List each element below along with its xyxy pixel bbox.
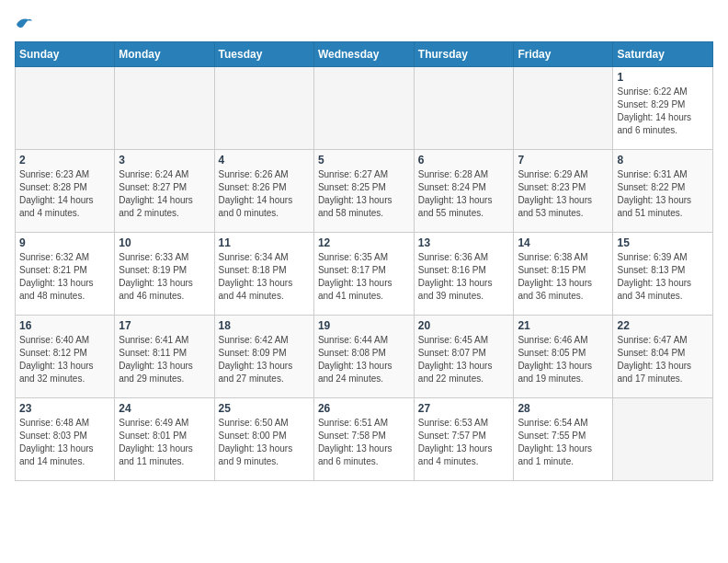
day-number: 27	[418, 402, 510, 415]
logo	[15, 15, 32, 32]
day-number: 9	[19, 236, 110, 249]
day-number: 20	[418, 319, 510, 332]
calendar-cell	[613, 397, 713, 480]
calendar-header-sunday: Sunday	[16, 41, 115, 66]
calendar-cell: 13Sunrise: 6:36 AMSunset: 8:16 PMDayligh…	[414, 232, 514, 315]
day-number: 15	[617, 236, 709, 249]
calendar-week-row: 9Sunrise: 6:32 AMSunset: 8:21 PMDaylight…	[16, 232, 713, 315]
day-number: 2	[19, 154, 110, 167]
day-info: Sunrise: 6:48 AMSunset: 8:03 PMDaylight:…	[19, 417, 110, 468]
day-info: Sunrise: 6:54 AMSunset: 7:55 PMDaylight:…	[518, 417, 609, 468]
calendar-cell: 1Sunrise: 6:22 AMSunset: 8:29 PMDaylight…	[613, 66, 713, 149]
day-info: Sunrise: 6:24 AMSunset: 8:27 PMDaylight:…	[119, 168, 210, 220]
day-info: Sunrise: 6:53 AMSunset: 7:57 PMDaylight:…	[418, 417, 510, 468]
day-number: 5	[318, 154, 410, 167]
day-number: 17	[119, 319, 210, 332]
day-number: 25	[219, 402, 310, 415]
calendar-cell: 6Sunrise: 6:28 AMSunset: 8:24 PMDaylight…	[414, 149, 514, 232]
calendar-cell	[514, 66, 613, 149]
day-info: Sunrise: 6:27 AMSunset: 8:25 PMDaylight:…	[318, 168, 410, 220]
calendar-cell: 28Sunrise: 6:54 AMSunset: 7:55 PMDayligh…	[514, 397, 613, 480]
calendar-header-saturday: Saturday	[613, 41, 713, 66]
logo-text	[15, 15, 32, 36]
calendar-cell: 14Sunrise: 6:38 AMSunset: 8:15 PMDayligh…	[514, 232, 613, 315]
calendar-cell: 23Sunrise: 6:48 AMSunset: 8:03 PMDayligh…	[16, 397, 115, 480]
day-info: Sunrise: 6:40 AMSunset: 8:12 PMDaylight:…	[19, 334, 110, 385]
calendar-cell: 3Sunrise: 6:24 AMSunset: 8:27 PMDaylight…	[115, 149, 214, 232]
day-info: Sunrise: 6:50 AMSunset: 8:00 PMDaylight:…	[219, 417, 310, 468]
calendar-cell: 24Sunrise: 6:49 AMSunset: 8:01 PMDayligh…	[115, 397, 214, 480]
calendar-cell: 7Sunrise: 6:29 AMSunset: 8:23 PMDaylight…	[514, 149, 613, 232]
day-info: Sunrise: 6:35 AMSunset: 8:17 PMDaylight:…	[318, 251, 410, 303]
day-number: 22	[617, 319, 709, 332]
day-info: Sunrise: 6:34 AMSunset: 8:18 PMDaylight:…	[219, 251, 310, 303]
calendar-week-row: 2Sunrise: 6:23 AMSunset: 8:28 PMDaylight…	[16, 149, 713, 232]
day-number: 13	[418, 236, 510, 249]
day-number: 4	[219, 154, 310, 167]
calendar-cell: 12Sunrise: 6:35 AMSunset: 8:17 PMDayligh…	[313, 232, 414, 315]
calendar-cell: 27Sunrise: 6:53 AMSunset: 7:57 PMDayligh…	[414, 397, 514, 480]
day-number: 18	[219, 319, 310, 332]
calendar-cell: 20Sunrise: 6:45 AMSunset: 8:07 PMDayligh…	[414, 315, 514, 397]
calendar-week-row: 23Sunrise: 6:48 AMSunset: 8:03 PMDayligh…	[16, 397, 713, 480]
calendar-cell: 9Sunrise: 6:32 AMSunset: 8:21 PMDaylight…	[16, 232, 115, 315]
day-info: Sunrise: 6:44 AMSunset: 8:08 PMDaylight:…	[318, 334, 410, 385]
calendar-table: SundayMondayTuesdayWednesdayThursdayFrid…	[15, 41, 713, 481]
day-number: 23	[19, 402, 110, 415]
day-number: 28	[518, 402, 609, 415]
calendar-week-row: 16Sunrise: 6:40 AMSunset: 8:12 PMDayligh…	[16, 315, 713, 397]
calendar-header-thursday: Thursday	[414, 41, 514, 66]
day-number: 7	[518, 154, 609, 167]
day-info: Sunrise: 6:38 AMSunset: 8:15 PMDaylight:…	[518, 251, 609, 303]
calendar-cell: 18Sunrise: 6:42 AMSunset: 8:09 PMDayligh…	[214, 315, 313, 397]
calendar-cell: 26Sunrise: 6:51 AMSunset: 7:58 PMDayligh…	[313, 397, 414, 480]
day-number: 16	[19, 319, 110, 332]
calendar-cell: 11Sunrise: 6:34 AMSunset: 8:18 PMDayligh…	[214, 232, 313, 315]
day-info: Sunrise: 6:41 AMSunset: 8:11 PMDaylight:…	[119, 334, 210, 385]
day-number: 24	[119, 402, 210, 415]
calendar-cell	[16, 66, 115, 149]
day-number: 11	[219, 236, 310, 249]
calendar-cell: 25Sunrise: 6:50 AMSunset: 8:00 PMDayligh…	[214, 397, 313, 480]
day-number: 10	[119, 236, 210, 249]
day-info: Sunrise: 6:31 AMSunset: 8:22 PMDaylight:…	[617, 168, 709, 220]
day-info: Sunrise: 6:45 AMSunset: 8:07 PMDaylight:…	[418, 334, 510, 385]
day-number: 1	[617, 71, 709, 84]
calendar-header-friday: Friday	[514, 41, 613, 66]
day-info: Sunrise: 6:22 AMSunset: 8:29 PMDaylight:…	[617, 86, 709, 137]
day-info: Sunrise: 6:29 AMSunset: 8:23 PMDaylight:…	[518, 168, 609, 220]
day-info: Sunrise: 6:33 AMSunset: 8:19 PMDaylight:…	[119, 251, 210, 303]
day-info: Sunrise: 6:51 AMSunset: 7:58 PMDaylight:…	[318, 417, 410, 468]
calendar-header-tuesday: Tuesday	[214, 41, 313, 66]
calendar-cell: 8Sunrise: 6:31 AMSunset: 8:22 PMDaylight…	[613, 149, 713, 232]
day-number: 21	[518, 319, 609, 332]
day-number: 14	[518, 236, 609, 249]
calendar-cell: 21Sunrise: 6:46 AMSunset: 8:05 PMDayligh…	[514, 315, 613, 397]
logo-bird-icon	[16, 15, 32, 31]
calendar-cell	[313, 66, 414, 149]
calendar-cell	[115, 66, 214, 149]
day-number: 19	[318, 319, 410, 332]
calendar-cell: 4Sunrise: 6:26 AMSunset: 8:26 PMDaylight…	[214, 149, 313, 232]
calendar-cell	[414, 66, 514, 149]
calendar-cell	[214, 66, 313, 149]
calendar-cell: 5Sunrise: 6:27 AMSunset: 8:25 PMDaylight…	[313, 149, 414, 232]
day-info: Sunrise: 6:36 AMSunset: 8:16 PMDaylight:…	[418, 251, 510, 303]
day-number: 6	[418, 154, 510, 167]
calendar-cell: 10Sunrise: 6:33 AMSunset: 8:19 PMDayligh…	[115, 232, 214, 315]
calendar-cell: 15Sunrise: 6:39 AMSunset: 8:13 PMDayligh…	[613, 232, 713, 315]
day-info: Sunrise: 6:47 AMSunset: 8:04 PMDaylight:…	[617, 334, 709, 385]
calendar-cell: 19Sunrise: 6:44 AMSunset: 8:08 PMDayligh…	[313, 315, 414, 397]
day-number: 12	[318, 236, 410, 249]
day-info: Sunrise: 6:26 AMSunset: 8:26 PMDaylight:…	[219, 168, 310, 220]
calendar-cell: 16Sunrise: 6:40 AMSunset: 8:12 PMDayligh…	[16, 315, 115, 397]
day-info: Sunrise: 6:28 AMSunset: 8:24 PMDaylight:…	[418, 168, 510, 220]
day-number: 26	[318, 402, 410, 415]
day-info: Sunrise: 6:32 AMSunset: 8:21 PMDaylight:…	[19, 251, 110, 303]
calendar-cell: 2Sunrise: 6:23 AMSunset: 8:28 PMDaylight…	[16, 149, 115, 232]
day-number: 8	[617, 154, 709, 167]
calendar-week-row: 1Sunrise: 6:22 AMSunset: 8:29 PMDaylight…	[16, 66, 713, 149]
day-number: 3	[119, 154, 210, 167]
day-info: Sunrise: 6:23 AMSunset: 8:28 PMDaylight:…	[19, 168, 110, 220]
calendar-header-monday: Monday	[115, 41, 214, 66]
